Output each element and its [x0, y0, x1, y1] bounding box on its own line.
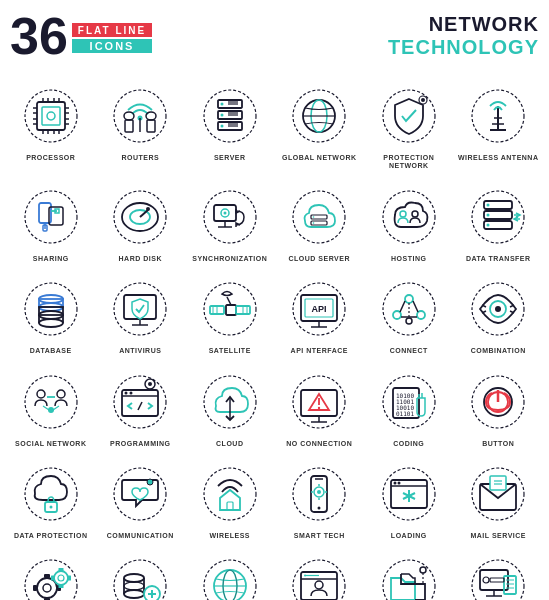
icon-synchronization: SYNCHRONIZATION	[185, 177, 275, 269]
svg-rect-102	[226, 305, 236, 315]
svg-point-219	[214, 570, 246, 600]
svg-point-133	[37, 390, 45, 398]
icon-network-folder: NETWORK FOLDER	[364, 546, 454, 600]
svg-rect-172	[227, 502, 233, 510]
svg-point-27	[204, 90, 256, 142]
icon-no-connection: NO CONNECTION	[275, 362, 365, 454]
svg-point-218	[204, 560, 256, 600]
svg-point-154	[318, 406, 320, 408]
svg-point-24	[124, 112, 134, 120]
icon-api-interface: API API NTERFACE	[275, 269, 365, 361]
icon-analysis-database: ANALYSIS DATABASE	[96, 546, 186, 600]
svg-point-94	[39, 319, 63, 327]
svg-rect-140	[122, 390, 158, 416]
icon-hosting: HOSTING	[364, 177, 454, 269]
svg-point-0	[25, 90, 77, 142]
icon-button: BUTTON	[454, 362, 544, 454]
svg-line-137	[43, 406, 49, 410]
icon-server: SERVER	[185, 76, 275, 177]
svg-point-78	[412, 211, 418, 217]
icon-internet: INTERNET	[185, 546, 275, 600]
icon-antivirus: ANTIVIRUS	[96, 269, 186, 361]
icon-coding: 10100 11001 10010 01101 CODING	[364, 362, 454, 454]
header: 36 FLAT LINE ICONS NETWORK TECHNOLOGY	[0, 0, 549, 72]
icon-loading: LOADING	[364, 454, 454, 546]
svg-line-144	[138, 402, 142, 410]
svg-point-171	[204, 468, 256, 520]
svg-point-75	[313, 222, 315, 224]
icon-sharing: SHARING	[6, 177, 96, 269]
icon-social-network: SOCIAL NETWORK	[6, 362, 96, 454]
svg-point-134	[57, 390, 65, 398]
title-line1: NETWORK	[388, 13, 539, 36]
svg-rect-199	[44, 574, 50, 578]
svg-point-178	[317, 490, 321, 494]
svg-point-118	[393, 311, 401, 319]
icon-wireless-antenna: WIRELESS ANTENNA	[454, 76, 544, 177]
icon-mail-service: MAIL SERVICE	[454, 454, 544, 546]
icon-data-protection: DATA PROTECTION	[6, 454, 96, 546]
svg-rect-22	[125, 120, 133, 132]
svg-point-143	[130, 391, 133, 394]
svg-point-119	[417, 311, 425, 319]
svg-point-226	[315, 581, 323, 589]
icon-hard-disk: HARD DISK	[96, 177, 186, 269]
svg-point-228	[304, 575, 306, 577]
svg-point-127	[495, 306, 501, 312]
svg-rect-207	[51, 576, 54, 581]
svg-point-77	[400, 211, 406, 217]
svg-rect-193	[490, 476, 506, 490]
svg-point-168	[49, 505, 52, 508]
title-line2: TECHNOLOGY	[388, 36, 539, 59]
svg-point-33	[220, 125, 223, 128]
icon-routers: ROUTERS	[96, 76, 186, 177]
svg-rect-241	[490, 578, 504, 582]
svg-rect-2	[42, 107, 60, 125]
svg-point-74	[313, 216, 315, 218]
svg-point-120	[406, 318, 412, 324]
svg-point-25	[146, 112, 156, 120]
svg-point-86	[487, 213, 490, 216]
svg-rect-1	[37, 102, 65, 130]
svg-point-117	[405, 295, 413, 303]
svg-line-121	[400, 301, 405, 312]
header-number: 36	[10, 10, 68, 62]
svg-point-213	[124, 590, 144, 598]
svg-rect-236	[504, 576, 516, 594]
svg-text:API: API	[312, 304, 327, 314]
svg-point-190	[397, 481, 400, 484]
icon-communication: COMMUNICATION	[96, 454, 186, 546]
svg-point-198	[43, 584, 51, 592]
icon-wireless: WIRELESS	[185, 454, 275, 546]
svg-point-203	[54, 571, 68, 585]
svg-point-240	[483, 577, 489, 583]
icon-smart-tech: SMART TECH	[275, 454, 365, 546]
svg-point-19	[47, 112, 55, 120]
svg-point-146	[148, 382, 152, 386]
icon-setting: SETTING	[6, 546, 96, 600]
icon-protection-network: PROTECTION NETWORK	[364, 76, 454, 177]
svg-point-175	[318, 506, 321, 509]
icon-data-transfer: DATA TRANSFER	[454, 177, 544, 269]
icon-connect: CONNECT	[364, 269, 454, 361]
svg-point-71	[293, 191, 345, 243]
icon-programming: PROGRAMMING	[96, 362, 186, 454]
svg-line-138	[53, 406, 59, 410]
icon-log-web-site: LOG WEB SITE	[275, 546, 365, 600]
icon-satellite: SATELLITE	[185, 269, 275, 361]
icons-grid: PROCESSOR ROUTERS	[0, 72, 549, 600]
svg-point-97	[114, 283, 166, 335]
svg-rect-224	[301, 572, 337, 600]
svg-point-32	[220, 114, 223, 117]
svg-point-64	[146, 207, 150, 211]
svg-point-46	[421, 98, 425, 102]
svg-rect-206	[58, 585, 63, 588]
svg-point-209	[114, 560, 166, 600]
svg-point-101	[204, 283, 256, 335]
svg-point-65	[204, 191, 256, 243]
icon-combination: COMBINATION	[454, 269, 544, 361]
svg-point-31	[220, 103, 223, 106]
svg-rect-201	[33, 585, 37, 591]
svg-point-132	[25, 376, 77, 428]
flat-label: FLAT LINE	[72, 23, 152, 37]
